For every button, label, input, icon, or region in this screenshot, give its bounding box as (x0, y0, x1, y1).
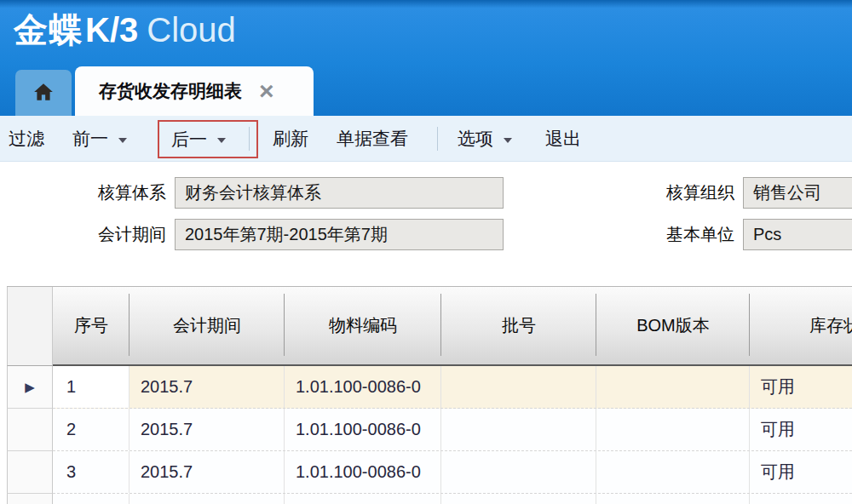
brand-suffix: Cloud (147, 11, 236, 49)
chevron-down-icon (118, 138, 127, 143)
brand-product: K/3 (85, 11, 138, 49)
column-header-no[interactable]: 序号 (53, 287, 130, 364)
filter-form: 核算体系 财务会计核算体系 会计期间 2015年第7期-2015年第7期 核算组… (0, 162, 852, 285)
cell-no[interactable]: 1 (53, 366, 130, 408)
report-grid: ▶ 序号 会计期间 物料编码 批号 BOM版本 库存状态 1 2015.7 1.… (0, 285, 852, 504)
exit-button[interactable]: 退出 (545, 116, 581, 162)
cell-period[interactable]: 2015.7 (130, 494, 285, 504)
period-label: 会计期间 (38, 219, 166, 250)
cell-no[interactable]: 3 (53, 451, 130, 493)
row-selector[interactable] (7, 451, 53, 494)
org-label: 核算组织 (607, 177, 734, 209)
acct-system-label: 核算体系 (38, 177, 166, 209)
column-header-stock-status[interactable]: 库存状态 (750, 287, 852, 364)
acct-system-field[interactable]: 财务会计核算体系 (175, 177, 504, 209)
cell-status[interactable]: 可用 (750, 451, 852, 493)
grid-header-row: 序号 会计期间 物料编码 批号 BOM版本 库存状态 (53, 287, 852, 366)
home-icon (32, 82, 55, 104)
row-selector[interactable] (7, 409, 53, 451)
chevron-down-icon (217, 138, 226, 143)
cell-batch[interactable] (441, 451, 596, 493)
cell-status[interactable]: 可用 (750, 409, 852, 450)
cell-bom[interactable] (596, 409, 750, 450)
column-header-period[interactable]: 会计期间 (130, 287, 285, 364)
cell-batch[interactable] (441, 494, 596, 504)
toolbar-separator (437, 127, 438, 151)
brand-cjk: 金蝶 (14, 7, 83, 54)
cell-period[interactable]: 2015.7 (130, 451, 285, 493)
row-selector[interactable]: ▶ (7, 366, 53, 409)
table-row[interactable]: 3 2015.7 1.01.100-0086-0 可用 (53, 451, 852, 494)
cell-material[interactable]: 1.01.100-0086-0 (285, 494, 441, 504)
cell-batch[interactable] (441, 366, 596, 408)
cell-no[interactable]: 2 (53, 409, 130, 450)
cell-no[interactable]: 4 (53, 494, 130, 504)
chevron-down-icon (504, 138, 512, 143)
unit-field[interactable]: Pcs (743, 219, 852, 250)
row-selector-header (7, 287, 53, 366)
cell-material[interactable]: 1.01.100-0086-0 (285, 451, 441, 493)
toolbar: 过滤 前一 后一 刷新 单据查看 选项 退出 (0, 116, 852, 162)
cell-bom[interactable] (596, 494, 750, 504)
next-button[interactable]: 后一 (171, 128, 207, 152)
current-row-icon: ▶ (25, 380, 35, 395)
filter-button[interactable]: 过滤 (9, 116, 44, 162)
table-row[interactable]: 4 2015.7 1.01.100-0086-0 可用 (53, 494, 852, 504)
period-field[interactable]: 2015年第7期-2015年第7期 (175, 219, 504, 250)
refresh-button[interactable]: 刷新 (273, 116, 308, 162)
doc-view-button[interactable]: 单据查看 (337, 116, 408, 162)
tab-inventory-report[interactable]: 存货收发存明细表 × (75, 66, 314, 116)
table-row[interactable]: 2 2015.7 1.01.100-0086-0 可用 (53, 409, 852, 451)
toolbar-separator (249, 127, 250, 151)
org-field[interactable]: 销售公司 (743, 177, 852, 209)
cell-material[interactable]: 1.01.100-0086-0 (285, 409, 441, 450)
cell-status[interactable]: 可用 (750, 366, 852, 408)
cell-period[interactable]: 2015.7 (130, 366, 285, 408)
cell-period[interactable]: 2015.7 (130, 409, 285, 450)
column-header-material[interactable]: 物料编码 (285, 287, 441, 364)
app-window: 金蝶K/3Cloud 存货收发存明细表 × 过滤 前一 后一 刷新 单据查看 (0, 0, 852, 504)
cell-bom[interactable] (596, 366, 750, 408)
cell-material[interactable]: 1.01.100-0086-0 (285, 366, 441, 408)
column-header-bom[interactable]: BOM版本 (596, 287, 750, 364)
app-header: 金蝶K/3Cloud 存货收发存明细表 × (0, 0, 852, 116)
tab-home[interactable] (15, 70, 72, 116)
table-row[interactable]: 1 2015.7 1.01.100-0086-0 可用 (53, 366, 852, 409)
column-header-batch[interactable]: 批号 (441, 287, 596, 364)
close-icon[interactable]: × (259, 78, 274, 104)
tab-title: 存货收发存明细表 (99, 79, 242, 103)
next-button-highlight: 后一 (158, 120, 258, 158)
cell-bom[interactable] (596, 451, 750, 493)
row-selector[interactable] (7, 494, 53, 504)
unit-label: 基本单位 (607, 219, 734, 250)
cell-batch[interactable] (441, 409, 596, 450)
brand-logo: 金蝶K/3Cloud (14, 5, 236, 54)
prev-button[interactable]: 前一 (72, 116, 127, 162)
cell-status[interactable]: 可用 (750, 494, 852, 504)
options-button[interactable]: 选项 (458, 116, 512, 162)
